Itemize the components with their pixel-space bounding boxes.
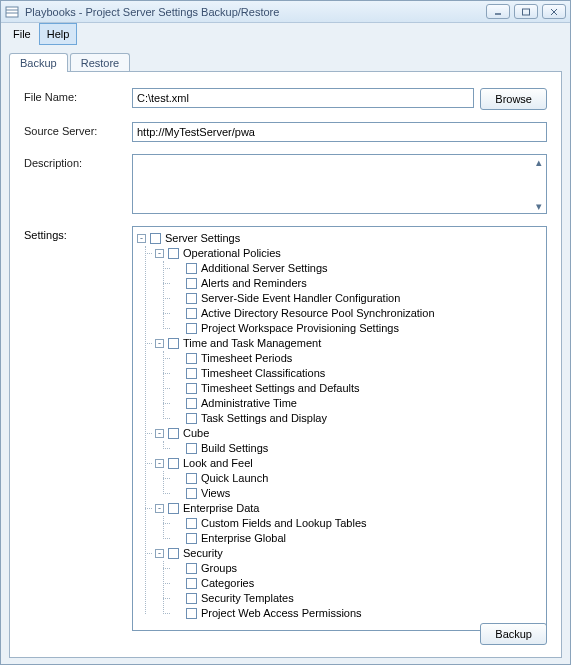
tree-label-active-directory-resource-pool-synchronization[interactable]: Active Directory Resource Pool Synchroni… [201,306,435,321]
tree-label-timesheet-classifications[interactable]: Timesheet Classifications [201,366,325,381]
tree-label-timesheet-settings-and-defaults[interactable]: Timesheet Settings and Defaults [201,381,360,396]
tree-checkbox-server-side-event-handler-configuration[interactable] [186,293,197,304]
tab-backup[interactable]: Backup [9,53,68,72]
tree-checkbox-administrative-time[interactable] [186,398,197,409]
tree-checkbox-time-and-task-management[interactable] [168,338,179,349]
tree-checkbox-active-directory-resource-pool-synchronization[interactable] [186,308,197,319]
tree-toggle-operational-policies[interactable]: - [155,249,164,258]
tree-checkbox-cube[interactable] [168,428,179,439]
window-controls [486,4,566,19]
tree-label-enterprise-data[interactable]: Enterprise Data [183,501,259,516]
tree-checkbox-additional-server-settings[interactable] [186,263,197,274]
source-server-label: Source Server: [24,122,132,137]
tree-checkbox-operational-policies[interactable] [168,248,179,259]
tree-label-enterprise-global[interactable]: Enterprise Global [201,531,286,546]
tree-checkbox-timesheet-settings-and-defaults[interactable] [186,383,197,394]
tree-checkbox-look-and-feel[interactable] [168,458,179,469]
app-icon [5,5,19,19]
tree-label-server-side-event-handler-configuration[interactable]: Server-Side Event Handler Configuration [201,291,400,306]
tree-checkbox-alerts-and-reminders[interactable] [186,278,197,289]
tree-checkbox-timesheet-periods[interactable] [186,353,197,364]
tree-label-categories[interactable]: Categories [201,576,254,591]
tree-label-build-settings[interactable]: Build Settings [201,441,268,456]
tabpage-backup: File Name: Browse Source Server: Descrip… [9,71,562,658]
tabset: Backup Restore [9,49,562,71]
browse-button[interactable]: Browse [480,88,547,110]
tree-label-administrative-time[interactable]: Administrative Time [201,396,297,411]
tree-label-custom-fields-and-lookup-tables[interactable]: Custom Fields and Lookup Tables [201,516,367,531]
tree-label-views[interactable]: Views [201,486,230,501]
file-name-label: File Name: [24,88,132,103]
backup-button[interactable]: Backup [480,623,547,645]
app-window: Playbooks - Project Server Settings Back… [0,0,571,665]
tree-label-groups[interactable]: Groups [201,561,237,576]
tree-checkbox-views[interactable] [186,488,197,499]
settings-label: Settings: [24,226,132,631]
tree-toggle-enterprise-data[interactable]: - [155,504,164,513]
tree-label-security-templates[interactable]: Security Templates [201,591,294,606]
tree-checkbox-server-settings[interactable] [150,233,161,244]
tab-restore[interactable]: Restore [70,53,131,72]
scroll-up-icon[interactable]: ▴ [532,156,545,168]
tree-checkbox-categories[interactable] [186,578,197,589]
tree-checkbox-quick-launch[interactable] [186,473,197,484]
tree-checkbox-custom-fields-and-lookup-tables[interactable] [186,518,197,529]
svg-rect-4 [523,9,530,15]
description-label: Description: [24,154,132,169]
tree-toggle-security[interactable]: - [155,549,164,558]
tree-checkbox-enterprise-data[interactable] [168,503,179,514]
source-server-input[interactable] [132,122,547,142]
tree-toggle-cube[interactable]: - [155,429,164,438]
tree-label-project-workspace-provisioning-settings[interactable]: Project Workspace Provisioning Settings [201,321,399,336]
tree-label-look-and-feel[interactable]: Look and Feel [183,456,253,471]
maximize-button[interactable] [514,4,538,19]
file-name-input[interactable] [132,88,474,108]
tree-label-cube[interactable]: Cube [183,426,209,441]
tree-checkbox-groups[interactable] [186,563,197,574]
tree-label-server-settings[interactable]: Server Settings [165,231,240,246]
minimize-button[interactable] [486,4,510,19]
tree-label-security[interactable]: Security [183,546,223,561]
tree-toggle-look-and-feel[interactable]: - [155,459,164,468]
tree-checkbox-timesheet-classifications[interactable] [186,368,197,379]
window-title: Playbooks - Project Server Settings Back… [25,6,486,18]
tree-label-additional-server-settings[interactable]: Additional Server Settings [201,261,328,276]
menu-file[interactable]: File [5,23,39,45]
tree-label-operational-policies[interactable]: Operational Policies [183,246,281,261]
titlebar: Playbooks - Project Server Settings Back… [1,1,570,23]
menu-help[interactable]: Help [39,23,78,45]
description-input[interactable]: ▴ ▾ [132,154,547,214]
tree-label-project-web-access-permissions[interactable]: Project Web Access Permissions [201,606,362,621]
tree-label-alerts-and-reminders[interactable]: Alerts and Reminders [201,276,307,291]
menubar: File Help [1,23,570,45]
tree-checkbox-project-workspace-provisioning-settings[interactable] [186,323,197,334]
tree-toggle-server-settings[interactable]: - [137,234,146,243]
tree-label-time-and-task-management[interactable]: Time and Task Management [183,336,321,351]
tree-label-task-settings-and-display[interactable]: Task Settings and Display [201,411,327,426]
tree-label-timesheet-periods[interactable]: Timesheet Periods [201,351,292,366]
scroll-down-icon[interactable]: ▾ [532,200,545,212]
tree-checkbox-project-web-access-permissions[interactable] [186,608,197,619]
close-button[interactable] [542,4,566,19]
tree-checkbox-build-settings[interactable] [186,443,197,454]
tree-checkbox-security[interactable] [168,548,179,559]
tree-toggle-time-and-task-management[interactable]: - [155,339,164,348]
tree-checkbox-task-settings-and-display[interactable] [186,413,197,424]
tree-checkbox-enterprise-global[interactable] [186,533,197,544]
tree-label-quick-launch[interactable]: Quick Launch [201,471,268,486]
svg-rect-0 [6,7,18,17]
tree-checkbox-security-templates[interactable] [186,593,197,604]
settings-tree[interactable]: -Server Settings-Operational PoliciesAdd… [132,226,547,631]
